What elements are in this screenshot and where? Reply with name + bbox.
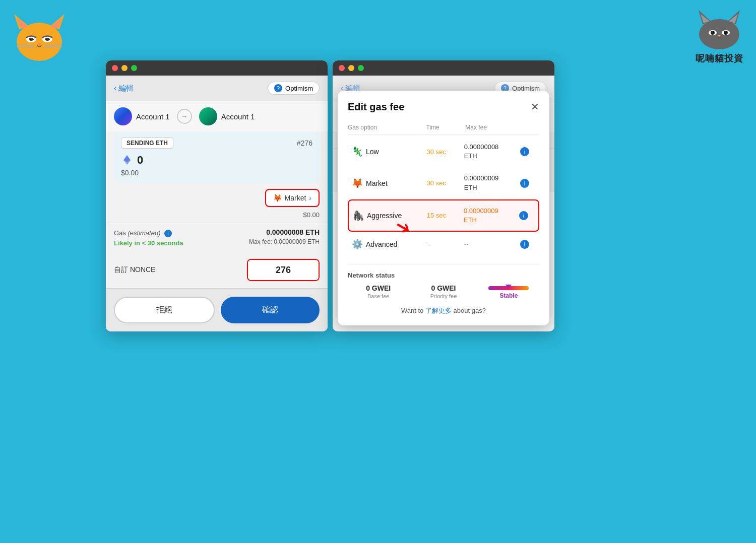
- nonce-input-wrap: [247, 259, 320, 281]
- col-gas-option: Gas option: [348, 124, 426, 131]
- low-max-fee: 0.00000008 ETH: [464, 143, 520, 161]
- right-close-dot[interactable]: [339, 65, 345, 71]
- base-fee-stat: 0 GWEI Base fee: [348, 284, 409, 299]
- low-time: 30 sec: [426, 148, 464, 156]
- svg-point-7: [29, 38, 34, 41]
- network-status-grid: 0 GWEI Base fee 0 GWEI Priority fee Stab…: [348, 284, 539, 299]
- gas-eth-value: 0.00000008 ETH: [249, 228, 320, 236]
- gas-info-icon[interactable]: i: [164, 230, 172, 237]
- svg-line-13: [44, 47, 62, 47]
- svg-point-8: [45, 38, 50, 41]
- learn-more-end-text: about gas?: [454, 307, 486, 314]
- back-arrow-icon: ‹: [114, 84, 116, 93]
- usd-amount: $0.00: [121, 169, 312, 177]
- advanced-icon: ⚙️: [352, 239, 363, 250]
- network-question-icon: ?: [274, 84, 282, 92]
- left-back-button[interactable]: ‹ 編輯: [114, 84, 134, 93]
- col-time: Time: [426, 124, 466, 131]
- base-fee-value: 0 GWEI: [348, 284, 409, 292]
- svg-point-22: [724, 31, 728, 35]
- modal-close-button[interactable]: ✕: [531, 101, 539, 113]
- to-account-name: Account 1: [221, 112, 255, 121]
- left-reject-button[interactable]: 拒絕: [114, 297, 215, 323]
- network-status-title: Network status: [348, 272, 539, 279]
- to-account-avatar: [199, 107, 217, 125]
- gas-likely: Likely in < 30 seconds: [114, 239, 183, 247]
- priority-fee-label: Priority fee: [413, 293, 474, 299]
- left-header: ‹ 編輯 ? Optimism: [106, 76, 328, 101]
- priority-fee-stat: 0 GWEI Priority fee: [413, 284, 474, 299]
- aggressive-max-fee: 0.00000009 ETH: [464, 207, 519, 225]
- gas-option-low[interactable]: 🦎 Low 30 sec 0.00000008 ETH i: [348, 137, 539, 167]
- aggressive-label: Aggressive: [367, 212, 402, 220]
- left-network-label: Optimism: [285, 85, 313, 92]
- stability-indicator: [506, 285, 512, 289]
- market-info-button[interactable]: i: [520, 179, 529, 188]
- advanced-max-fee: --: [464, 240, 520, 249]
- maximize-dot[interactable]: [131, 65, 137, 71]
- tx-number: #276: [297, 139, 312, 147]
- gas-max-fee: Max fee: 0.00000009 ETH: [249, 238, 320, 245]
- stability-bar: [488, 286, 529, 290]
- modal-header: Edit gas fee ✕: [348, 101, 539, 113]
- gas-label: Gas (estimated): [114, 229, 162, 237]
- left-window: ‹ 編輯 ? Optimism Account 1 → Account 1 SE…: [106, 60, 328, 331]
- market-time: 30 sec: [426, 179, 464, 187]
- aggressive-info-button[interactable]: i: [519, 211, 528, 220]
- market-label: Market: [285, 194, 306, 202]
- advanced-info-button[interactable]: i: [520, 240, 529, 249]
- eth-logo-icon: [121, 154, 133, 166]
- close-dot[interactable]: [112, 65, 118, 71]
- nonce-input[interactable]: [248, 260, 319, 280]
- svg-point-0: [17, 23, 62, 61]
- left-titlebar: [106, 60, 328, 76]
- left-back-label: 編輯: [118, 84, 134, 93]
- modal-title: Edit gas fee: [348, 101, 404, 113]
- gas-section: Gas (estimated) i Likely in < 30 seconds…: [106, 223, 328, 252]
- col-max-fee: Max fee: [465, 124, 524, 131]
- market-option-name: 🦊 Market: [352, 178, 426, 189]
- low-option-name: 🦎 Low: [352, 146, 426, 157]
- gas-option-advanced[interactable]: ⚙️ Advanced -- -- i: [348, 233, 539, 256]
- aggressive-time: 15 sec: [427, 212, 464, 219]
- left-network-badge[interactable]: ? Optimism: [268, 82, 320, 95]
- learn-more-link[interactable]: 了解更多: [425, 307, 452, 314]
- transfer-arrow-icon: →: [177, 109, 192, 124]
- stability-label: Stable: [478, 292, 539, 299]
- nonce-section: 自訂 NONCE: [106, 252, 328, 288]
- low-icon: 🦎: [352, 146, 363, 157]
- eth-amount: 0: [121, 154, 312, 167]
- eth-value: 0: [137, 154, 143, 167]
- market-usd: $0.00: [106, 211, 328, 219]
- right-minimize-dot[interactable]: [348, 65, 354, 71]
- brand-logo: 呢喃貓投資: [691, 5, 747, 64]
- right-window: ‹ 編輯 ? Optimism Account 1 Edit gas fee ✕…: [333, 60, 554, 331]
- market-btn-container: 🦊 Market ›: [106, 189, 328, 211]
- gas-option-aggressive[interactable]: 🦍 Aggressive 15 sec 0.00000009 ETH i: [348, 199, 539, 232]
- col-info: [524, 124, 539, 131]
- base-fee-label: Base fee: [348, 293, 409, 299]
- priority-fee-value: 0 GWEI: [413, 284, 474, 292]
- nonce-label: 自訂 NONCE: [114, 265, 155, 275]
- minimize-dot[interactable]: [121, 65, 128, 71]
- market-icon: 🦊: [273, 194, 282, 202]
- learn-more: Want to 了解更多 about gas?: [348, 306, 539, 315]
- low-label: Low: [366, 148, 379, 156]
- low-info-button[interactable]: i: [520, 147, 529, 156]
- right-maximize-dot[interactable]: [358, 65, 364, 71]
- market-label: Market: [366, 179, 388, 187]
- from-account-name: Account 1: [136, 112, 170, 121]
- left-confirm-button[interactable]: 確認: [221, 297, 320, 323]
- network-status-section: Network status 0 GWEI Base fee 0 GWEI Pr…: [348, 264, 539, 299]
- sending-badge: SENDING ETH: [121, 138, 173, 149]
- svg-point-14: [699, 19, 739, 49]
- aggressive-icon: 🦍: [353, 210, 364, 221]
- gas-option-market[interactable]: 🦊 Market 30 sec 0.00000009 ETH i: [348, 168, 539, 198]
- right-titlebar: [333, 60, 554, 76]
- advanced-time: --: [426, 241, 464, 248]
- market-chevron-icon: ›: [309, 194, 311, 202]
- windows-container: ‹ 編輯 ? Optimism Account 1 → Account 1 SE…: [106, 60, 554, 331]
- stability-stat: Stable: [478, 284, 539, 299]
- market-button[interactable]: 🦊 Market ›: [265, 189, 320, 207]
- learn-more-text: Want to: [401, 307, 423, 314]
